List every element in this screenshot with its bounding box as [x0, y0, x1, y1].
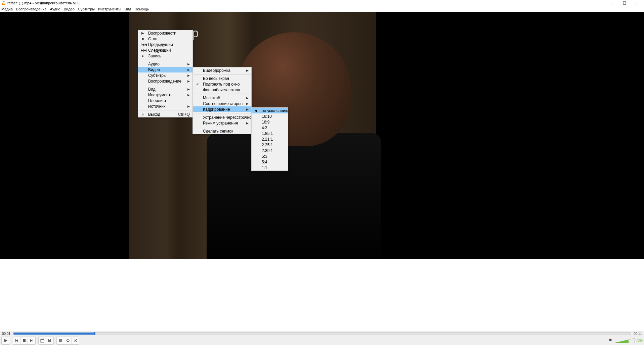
svg-marker-21 [67, 341, 68, 342]
crop-4-3[interactable]: 4:3 [252, 125, 288, 131]
ctx-play[interactable]: ▶Воспроизвести [138, 30, 192, 36]
crop-1-1[interactable]: 1:1 [252, 165, 288, 170]
next-icon: ▶▶| [141, 48, 145, 52]
chevron-right-icon: ▶ [187, 105, 190, 108]
volume-slider[interactable] [614, 338, 635, 344]
vlc-icon [1, 1, 6, 5]
ctx-fullscreen[interactable]: Во весь экран [193, 76, 251, 81]
chevron-right-icon: ▶ [187, 74, 190, 77]
ext-settings-button[interactable] [46, 337, 53, 344]
ctx-playback[interactable]: Воспроизведение▶ [138, 78, 192, 84]
title-bar: reface (1).mp4 - Медиапроигрыватель VLC [0, 0, 644, 6]
svg-marker-9 [16, 339, 18, 342]
ctx-wallpaper[interactable]: Фон рабочего стола [193, 87, 251, 93]
crop-5-4[interactable]: 5:4 [252, 159, 288, 165]
ctx-video-track[interactable]: Видеодорожка▶ [193, 67, 251, 73]
time-elapsed[interactable]: 00:01 [2, 332, 10, 336]
crop-2-35-1[interactable]: 2.35:1 [252, 142, 288, 148]
chevron-right-icon: ▶ [246, 121, 249, 125]
menu-video[interactable]: Видео [64, 7, 75, 11]
crop-2-39-1[interactable]: 2.39:1 [252, 148, 288, 153]
menu-view[interactable]: Вид [125, 7, 131, 11]
previous-button[interactable] [13, 337, 20, 344]
ctx-audio[interactable]: Аудио▶ [138, 61, 192, 67]
ctx-source[interactable]: Источник▶ [138, 103, 192, 109]
check-icon: ✓ [196, 82, 200, 86]
record-icon: ● [141, 54, 145, 58]
crop-2-21-1[interactable]: 2.21:1 [252, 136, 288, 142]
crop-16-9[interactable]: 16:9 [252, 119, 288, 125]
ctx-video[interactable]: Видео▶ [138, 67, 192, 72]
svg-rect-17 [50, 339, 51, 342]
speaker-icon[interactable] [608, 338, 613, 343]
ctx-stop[interactable]: ■Стоп [138, 36, 192, 42]
ctx-view[interactable]: Вид▶ [138, 86, 192, 92]
play-button[interactable] [1, 337, 10, 345]
chevron-right-icon: ▶ [187, 88, 190, 91]
time-total[interactable]: 00:11 [634, 332, 642, 336]
close-button[interactable] [631, 0, 643, 6]
crop-5-3[interactable]: 5:3 [252, 153, 288, 159]
loop-button[interactable] [64, 337, 72, 344]
svg-rect-2 [3, 3, 5, 4]
maximize-button[interactable] [618, 0, 631, 6]
chevron-right-icon: ▶ [187, 93, 190, 97]
fullscreen-button[interactable] [39, 337, 46, 344]
menu-playback[interactable]: Воспроизведение [16, 7, 47, 11]
minimize-button[interactable] [606, 0, 618, 6]
svg-rect-1 [2, 2, 5, 3]
svg-marker-11 [30, 339, 33, 342]
svg-rect-15 [48, 339, 49, 342]
context-menu-video: Видеодорожка▶ Во весь экран ✓Подгонять п… [192, 67, 252, 134]
ctx-deinterlace[interactable]: Устранение чересстрочности▶ [193, 114, 251, 120]
volume-percent: 70% [636, 339, 643, 342]
play-icon: ▶ [141, 31, 145, 35]
ctx-subtitles[interactable]: Субтитры▶ [138, 72, 192, 78]
shuffle-button[interactable] [72, 337, 79, 344]
ctx-aspect[interactable]: Соотношение сторон▶ [193, 101, 251, 106]
radio-icon [254, 109, 258, 112]
menu-subtitles[interactable]: Субтитры [78, 7, 95, 11]
svg-rect-16 [49, 340, 50, 342]
next-button[interactable] [28, 337, 35, 344]
stop-icon: ■ [141, 37, 145, 41]
chevron-right-icon: ▶ [187, 68, 190, 71]
previous-icon: |◀◀ [141, 43, 145, 46]
ctx-previous[interactable]: |◀◀Предыдущий [138, 42, 192, 47]
ctx-zoom[interactable]: Масштаб▶ [193, 95, 251, 101]
ctx-snapshot[interactable]: Сделать снимок [193, 128, 251, 134]
ctx-exit[interactable]: ⎋ВыходCtrl+Q [138, 111, 192, 117]
menu-media[interactable]: Медиа [1, 7, 13, 11]
ctx-playlist[interactable]: Плейлист [138, 98, 192, 103]
chevron-right-icon: ▶ [246, 69, 249, 72]
menu-tools[interactable]: Инструменты [98, 7, 121, 11]
ctx-deinterlace-mode[interactable]: Режим устранения▶ [193, 120, 251, 126]
shortcut-label: Ctrl+Q [171, 112, 190, 117]
volume-area: 70% [608, 338, 643, 344]
ctx-record[interactable]: ●Запись [138, 53, 192, 59]
playlist-button[interactable] [57, 337, 64, 344]
view-group [38, 337, 54, 345]
context-menu-crop: по умолчанию 16:10 16:9 4:3 1.85:1 2.21:… [251, 107, 288, 171]
ctx-next[interactable]: ▶▶|Следующий [138, 47, 192, 53]
window-title: reface (1).mp4 - Медиапроигрыватель VLC [7, 1, 80, 5]
ctx-fit-window[interactable]: ✓Подгонять под окно [193, 81, 251, 87]
svg-marker-7 [4, 339, 7, 342]
menu-help[interactable]: Помощь [134, 7, 149, 11]
chevron-right-icon: ▶ [246, 108, 249, 111]
crop-16-10[interactable]: 16:10 [252, 113, 288, 119]
crop-default[interactable]: по умолчанию [252, 108, 288, 113]
seek-slider[interactable] [13, 332, 631, 335]
control-bar: 70% [0, 336, 644, 345]
crop-1-85-1[interactable]: 1.85:1 [252, 131, 288, 136]
svg-rect-12 [33, 339, 34, 342]
ctx-tools[interactable]: Инструменты▶ [138, 92, 192, 98]
svg-marker-26 [609, 338, 611, 342]
video-area[interactable]: pp ▶Воспроизвести ■Стоп |◀◀Предыдущий ▶▶… [0, 12, 644, 259]
menu-audio[interactable]: Аудио [50, 7, 60, 11]
svg-rect-14 [41, 339, 44, 340]
ctx-crop[interactable]: Кадрирование▶ [193, 106, 251, 112]
chevron-right-icon: ▶ [246, 96, 249, 100]
stop-button[interactable] [20, 337, 28, 344]
exit-icon: ⎋ [141, 112, 145, 116]
